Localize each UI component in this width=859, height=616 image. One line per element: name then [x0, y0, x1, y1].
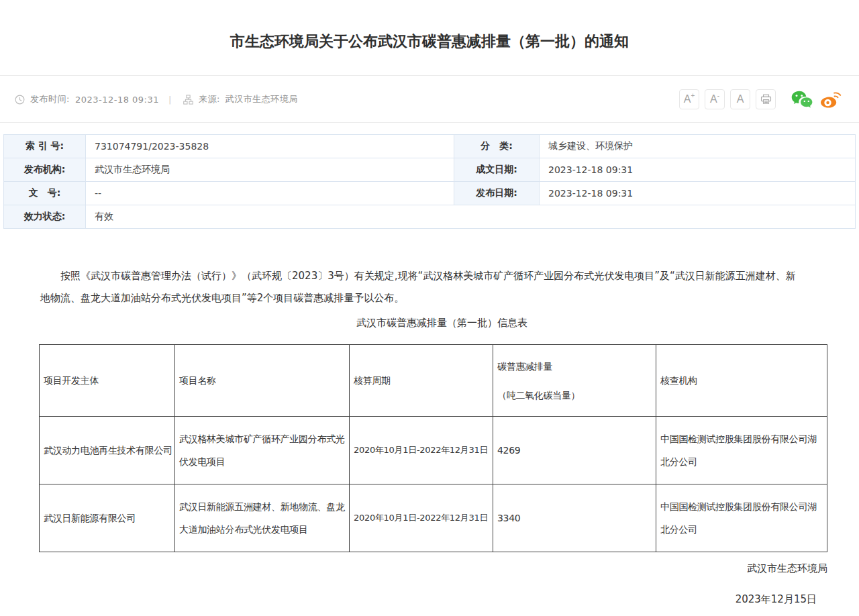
- table-row: 发布机构: 武汉市生态环境局 成文日期: 2023-12-18 09:31: [4, 158, 856, 182]
- publish-time-label: 发布时间:: [30, 93, 70, 105]
- table-row: 效力状态: 有效: [4, 205, 856, 229]
- written-date-value: 2023-12-18 09:31: [540, 158, 856, 182]
- publish-date-label: 发布日期:: [454, 182, 540, 205]
- header-project: 项目名称: [175, 345, 350, 417]
- header-period: 核算周期: [350, 345, 493, 417]
- source-value: 武汉市生态环境局: [225, 93, 298, 105]
- emission-table: 项目开发主体 项目名称 核算周期 碳普惠减排量（吨二氧化碳当量） 核查机构 武汉…: [39, 344, 827, 552]
- document-info-table: 索 引 号: 731074791/2023-35828 分 类: 城乡建设、环境…: [3, 134, 856, 229]
- font-decrease-sup: -: [717, 93, 719, 99]
- meta-info: 发布时间: 2023-12-18 09:31 | 来源: 武汉市生态环境局: [15, 93, 298, 105]
- font-increase-label: A: [684, 93, 691, 105]
- divider-top: [0, 75, 859, 76]
- page: 市生态环境局关于公布武汉市碳普惠减排量（第一批）的通知 发布时间: 2023-1…: [0, 0, 859, 616]
- amount-cell: 4269: [493, 417, 656, 484]
- header-amount-line1: 碳普惠减排量: [497, 355, 654, 378]
- signature: 武汉市生态环境局: [747, 562, 827, 575]
- index-number-value: 731074791/2023-35828: [86, 135, 454, 158]
- table-row: 武汉日新能源有限公司 武汉日新能源五洲建材、新地物流、盘龙大道加油站分布式光伏发…: [40, 484, 827, 552]
- toolbar: A+ A- A: [679, 89, 842, 109]
- table-row: 武汉动力电池再生技术有限公司 武汉格林美城市矿产循环产业园分布式光伏发电项目 2…: [40, 417, 827, 484]
- print-button[interactable]: [756, 89, 776, 109]
- period-cell: 2020年10月1日-2022年12月31日: [350, 417, 493, 484]
- header-amount: 碳普惠减排量（吨二氧化碳当量）: [493, 345, 656, 417]
- meta-bar: 发布时间: 2023-12-18 09:31 | 来源: 武汉市生态环境局 A+…: [15, 89, 842, 110]
- table-header-row: 项目开发主体 项目名称 核算周期 碳普惠减排量（吨二氧化碳当量） 核查机构: [40, 345, 827, 417]
- font-reset-button[interactable]: A: [730, 89, 750, 109]
- divider-meta: [0, 122, 859, 123]
- header-verifier: 核查机构: [656, 345, 827, 417]
- verifier-cell: 中国国检测试控股集团股份有限公司湖北分公司: [656, 417, 827, 484]
- printer-icon: [760, 94, 772, 105]
- header-amount-line2: （吨二氧化碳当量）: [497, 384, 654, 407]
- font-increase-button[interactable]: A+: [679, 89, 699, 109]
- index-number-label: 索 引 号:: [4, 135, 86, 158]
- validity-value: 有效: [86, 205, 856, 229]
- amount-cell: 3340: [493, 484, 656, 552]
- table-row: 索 引 号: 731074791/2023-35828 分 类: 城乡建设、环境…: [4, 135, 856, 158]
- doc-number-label: 文 号:: [4, 182, 86, 205]
- period-cell: 2020年10月1日-2022年12月31日: [350, 484, 493, 552]
- wechat-icon: [791, 91, 813, 109]
- font-decrease-label: A: [710, 93, 717, 105]
- written-date-label: 成文日期:: [454, 158, 540, 182]
- article-paragraph: 按照《武汉市碳普惠管理办法（试行）》（武环规〔2023〕3号）有关规定,现将“武…: [40, 265, 802, 309]
- doc-number-value: --: [86, 182, 454, 205]
- developer-cell: 武汉日新能源有限公司: [40, 484, 175, 552]
- category-label: 分 类:: [454, 135, 540, 158]
- validity-label: 效力状态:: [4, 205, 86, 229]
- font-reset-label: A: [737, 93, 744, 105]
- meta-separator: |: [168, 95, 172, 105]
- category-value: 城乡建设、环境保护: [540, 135, 856, 158]
- source-label: 来源:: [199, 93, 220, 105]
- data-table-caption: 武汉市碳普惠减排量（第一批）信息表: [48, 317, 836, 329]
- wechat-share-button[interactable]: [791, 91, 813, 109]
- issuing-agency-value: 武汉市生态环境局: [86, 158, 454, 182]
- weibo-share-button[interactable]: [819, 90, 842, 109]
- project-cell: 武汉日新能源五洲建材、新地物流、盘龙大道加油站分布式光伏发电项目: [175, 484, 350, 552]
- font-increase-sup: +: [691, 93, 695, 99]
- publish-time: 2023-12-18 09:31: [75, 95, 159, 105]
- weibo-icon: [819, 90, 842, 109]
- verifier-cell: 中国国检测试控股集团股份有限公司湖北分公司: [656, 484, 827, 552]
- signature-date: 2023年12月15日: [736, 593, 817, 606]
- page-title: 市生态环境局关于公布武汉市碳普惠减排量（第一批）的通知: [0, 32, 859, 52]
- issuing-agency-label: 发布机构:: [4, 158, 86, 182]
- table-row: 文 号: -- 发布日期: 2023-12-18 09:31: [4, 182, 856, 205]
- developer-cell: 武汉动力电池再生技术有限公司: [40, 417, 175, 484]
- sitemap-icon: [183, 95, 193, 105]
- clock-icon: [15, 95, 25, 105]
- project-cell: 武汉格林美城市矿产循环产业园分布式光伏发电项目: [175, 417, 350, 484]
- publish-date-value: 2023-12-18 09:31: [540, 182, 856, 205]
- font-decrease-button[interactable]: A-: [705, 89, 725, 109]
- header-developer: 项目开发主体: [40, 345, 175, 417]
